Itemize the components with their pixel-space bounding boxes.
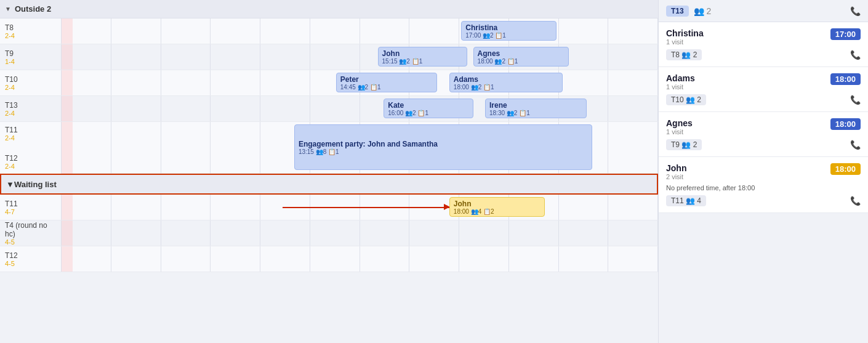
guest-card-john-waiting[interactable]: John 2 visit 18:00 No preferred time, af… bbox=[659, 157, 868, 213]
timeline-wt12 bbox=[62, 246, 658, 272]
chevron-icon: ▼ bbox=[5, 6, 11, 12]
row-range: 1-4 bbox=[5, 58, 56, 65]
row-range: 2-4 bbox=[5, 84, 56, 91]
table-row: T13 2-4 Kate 16:00 👥2 📋1 Irene 18:30 👥2 … bbox=[0, 96, 658, 122]
guest-visit: 1 visit bbox=[666, 38, 704, 46]
panel-phone-icon[interactable]: 📞 bbox=[850, 6, 861, 16]
guest-name: John bbox=[666, 163, 686, 173]
pink-shade bbox=[62, 122, 73, 174]
reservation-agnes[interactable]: Agnes 18:00 👥2 📋1 bbox=[473, 47, 569, 67]
guest-name: Agnes bbox=[666, 118, 693, 128]
main-table-area: T8 2-4 Christina 17:00 👥2 📋1 T9 1-4 bbox=[0, 18, 658, 174]
row-range: 2-4 bbox=[5, 32, 56, 39]
section-title: Outside 2 bbox=[15, 4, 51, 14]
guest-card-adams[interactable]: Adams 1 visit 18:00 T10 👥 2 📞 bbox=[659, 67, 868, 112]
label-cell-t13: T13 2-4 bbox=[0, 96, 62, 121]
reservation-irene[interactable]: Irene 18:30 👥2 📋1 bbox=[485, 99, 587, 118]
reservation-engagement[interactable]: Engagement party: John and Samantha 13:1… bbox=[294, 124, 593, 170]
no-pref-text: No preferred time, after 18:00 bbox=[666, 184, 861, 192]
reservation-john[interactable]: John 15:15 👥2 📋1 bbox=[378, 47, 467, 67]
reservation-john-waiting[interactable]: John 18:00 👥4 📋2 bbox=[449, 197, 545, 217]
guest-visit: 1 visit bbox=[666, 83, 695, 91]
row-range: 4-7 bbox=[5, 208, 56, 216]
time-badge: 18:00 bbox=[830, 73, 861, 85]
row-name: T8 bbox=[5, 23, 56, 32]
panel-person-icon: 👥 2 bbox=[694, 6, 712, 16]
label-cell-t9: T9 1-4 bbox=[0, 44, 62, 70]
row-range: 2-4 bbox=[5, 134, 56, 142]
guest-card-agnes[interactable]: Agnes 1 visit 18:00 T9 👥 2 📞 bbox=[659, 112, 868, 157]
pink-shade bbox=[62, 44, 73, 70]
pink-shade bbox=[62, 18, 73, 44]
row-name: T11 bbox=[5, 200, 56, 208]
timeline-t11t12: Engagement party: John and Samantha 13:1… bbox=[62, 122, 658, 174]
time-badge: 17:00 bbox=[830, 28, 861, 40]
right-panel: T13 👥 2 📞 Christina 1 visit 17:00 T8 👥 2… bbox=[659, 0, 868, 343]
reservation-christina[interactable]: Christina 17:00 👥2 📋1 bbox=[461, 21, 557, 41]
phone-icon[interactable]: 📞 bbox=[850, 196, 861, 206]
reservation-adams[interactable]: Adams 18:00 👥2 📋1 bbox=[449, 73, 563, 92]
label-cell-t4: T4 (round no hc) 4-5 bbox=[0, 220, 62, 246]
row-name: T9 bbox=[5, 49, 56, 58]
reservation-peter[interactable]: Peter 14:45 👥2 📋1 bbox=[336, 73, 438, 92]
label-cell-wt12: T12 4-5 bbox=[0, 246, 62, 272]
phone-icon[interactable]: 📞 bbox=[850, 50, 861, 60]
grid-lines bbox=[62, 220, 658, 246]
guest-name: Adams bbox=[666, 73, 695, 83]
row-name: T11 bbox=[5, 126, 56, 134]
phone-icon[interactable]: 📞 bbox=[850, 95, 861, 105]
label-cell-t11: T11 2-4 T12 2-4 bbox=[0, 122, 62, 174]
reservation-kate[interactable]: Kate 16:00 👥2 📋1 bbox=[384, 99, 473, 118]
time-badge: 18:00 bbox=[830, 118, 861, 130]
table-tag: T10 👥 2 bbox=[666, 94, 706, 105]
guest-card-christina[interactable]: Christina 1 visit 17:00 T8 👥 2 📞 bbox=[659, 22, 868, 67]
chevron-icon: ▼ bbox=[6, 180, 14, 189]
guest-visit: 2 visit bbox=[666, 173, 686, 180]
row-name: T12 bbox=[5, 154, 56, 163]
waiting-table-area: T11 4-7 John 18:00 👥4 📋2 T4 (round bbox=[0, 195, 658, 272]
waiting-arrow bbox=[283, 207, 449, 208]
table-row: T8 2-4 Christina 17:00 👥2 📋1 bbox=[0, 18, 658, 44]
label-cell-t8: T8 2-4 bbox=[0, 18, 62, 44]
row-name: T12 bbox=[5, 251, 56, 260]
time-badge: 18:00 bbox=[830, 163, 861, 175]
label-cell-wt11: T11 4-7 bbox=[0, 195, 62, 220]
row-range: 2-4 bbox=[5, 163, 56, 170]
guest-visit: 1 visit bbox=[666, 128, 693, 135]
waiting-row-t12: T12 4-5 bbox=[0, 246, 658, 272]
row-range: 2-4 bbox=[5, 110, 56, 117]
panel-badge-t13: T13 bbox=[666, 6, 689, 17]
row-name: T10 bbox=[5, 75, 56, 84]
table-row-t11: T11 2-4 T12 2-4 Engagement party: John a… bbox=[0, 122, 658, 174]
pink-shade bbox=[62, 96, 73, 121]
pink-shade bbox=[62, 246, 73, 272]
pink-shade bbox=[62, 70, 73, 95]
timeline-t13: Kate 16:00 👥2 📋1 Irene 18:30 👥2 📋1 bbox=[62, 96, 658, 121]
grid-lines bbox=[62, 246, 658, 272]
timeline-t9: John 15:15 👥2 📋1 Agnes 18:00 👥2 📋1 bbox=[62, 44, 658, 70]
waiting-list-title: Waiting list bbox=[14, 180, 57, 189]
row-range: 4-5 bbox=[5, 238, 56, 246]
grid-lines bbox=[62, 18, 658, 44]
waiting-list-header[interactable]: ▼ Waiting list bbox=[0, 174, 658, 195]
timeline-t8: Christina 17:00 👥2 📋1 bbox=[62, 18, 658, 44]
schedule-panel: ▼ Outside 2 T8 2-4 Christina 17:00 👥2 📋1 bbox=[0, 0, 659, 343]
timeline-t4 bbox=[62, 220, 658, 246]
phone-icon[interactable]: 📞 bbox=[850, 140, 861, 150]
table-row: T10 2-4 Peter 14:45 👥2 📋1 Adams 18:00 👥2… bbox=[0, 70, 658, 96]
row-name: T4 (round no hc) bbox=[5, 221, 56, 238]
waiting-row-t4: T4 (round no hc) 4-5 bbox=[0, 220, 658, 246]
table-tag: T11 👥 4 bbox=[666, 195, 706, 206]
grid-lines bbox=[62, 44, 658, 70]
table-row: T9 1-4 John 15:15 👥2 📋1 Agnes 18:00 👥2 📋… bbox=[0, 44, 658, 70]
row-range: 4-5 bbox=[5, 260, 56, 267]
row-name: T13 bbox=[5, 101, 56, 110]
guest-name: Christina bbox=[666, 28, 704, 38]
pink-shade bbox=[62, 220, 73, 246]
table-tag: T8 👥 2 bbox=[666, 49, 702, 60]
table-tag: T9 👥 2 bbox=[666, 139, 702, 150]
timeline-t10: Peter 14:45 👥2 📋1 Adams 18:00 👥2 📋1 bbox=[62, 70, 658, 95]
label-cell-t10: T10 2-4 bbox=[0, 70, 62, 95]
section-header[interactable]: ▼ Outside 2 bbox=[0, 0, 658, 18]
timeline-wt11: John 18:00 👥4 📋2 bbox=[62, 195, 658, 220]
